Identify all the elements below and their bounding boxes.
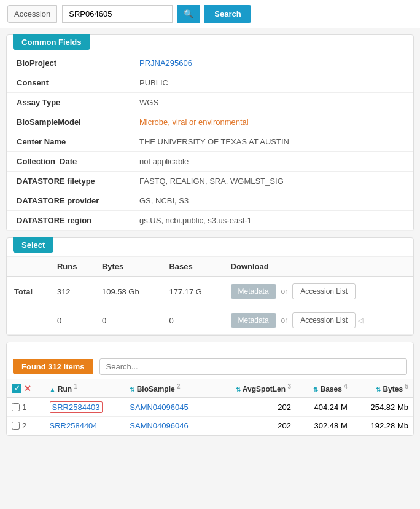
col-num: 1 <box>74 383 77 390</box>
select-row-download: Metadata or Accession List ◁ <box>224 306 413 335</box>
select-row-bases: 0 <box>161 306 223 335</box>
row-number: 2 <box>22 421 26 430</box>
select-col-runs: Runs <box>50 257 95 277</box>
results-col-4[interactable]: ⇅ Bases 4 <box>296 379 352 398</box>
select-col-bases: Bases <box>161 257 223 277</box>
select-row: Total312109.58 Gb177.17 G Metadata or Ac… <box>7 277 413 306</box>
common-field-row: Assay TypeWGS <box>7 93 413 112</box>
accession-tab[interactable]: Accession <box>7 5 57 23</box>
common-field-row: DATASTORE providerGS, NCBI, S3 <box>7 191 413 211</box>
search-icon: 🔍 <box>184 9 193 18</box>
extra-icon: ◁ <box>358 317 363 325</box>
clear-all[interactable]: ✕ <box>24 384 31 393</box>
common-fields-table: BioProjectPRJNA295606ConsentPUBLICAssay … <box>7 53 413 231</box>
select-row-download: Metadata or Accession List <box>224 277 413 306</box>
results-col-5[interactable]: ⇅ Bytes 5 <box>352 379 413 398</box>
search-bar: Accession 🔍 Search <box>0 0 420 28</box>
select-col-label <box>7 257 50 277</box>
results-search-input[interactable] <box>99 358 407 375</box>
search-input[interactable] <box>62 5 173 23</box>
common-field-row: BioProjectPRJNA295606 <box>7 53 413 73</box>
row-checkbox-cell: 1 <box>7 398 45 417</box>
run-link[interactable]: SRR2584404 <box>50 421 98 430</box>
field-key: Center Name <box>7 132 130 152</box>
metadata-button[interactable]: Metadata <box>231 313 276 328</box>
col-num: 5 <box>405 383 408 390</box>
common-fields-tag: Common Fields <box>13 34 90 50</box>
common-field-row: Collection_Datenot applicable <box>7 152 413 172</box>
field-key: DATASTORE filetype <box>7 172 130 191</box>
select-col-download: Download <box>224 257 413 277</box>
search-icon-button[interactable]: 🔍 <box>177 5 200 23</box>
row-checkbox-cell: 2 <box>7 417 45 435</box>
field-key: DATASTORE provider <box>7 191 130 211</box>
col-num: 4 <box>344 383 348 390</box>
sort-icon: ⇅ <box>313 386 318 393</box>
row-bytes: 192.28 Mb <box>352 417 413 435</box>
row-number: 1 <box>22 403 26 412</box>
field-value[interactable]: PRJNA295606 <box>130 53 413 73</box>
sort-icon: ⇅ <box>376 386 381 393</box>
table-row: 2 SRR2584404SAMN04096046202302.48 M192.2… <box>7 417 413 435</box>
accession-list-button[interactable]: Accession List <box>292 283 356 299</box>
results-table: ✕ ▲ Run 1⇅ BioSample 2⇅ AvgSpotLen 3⇅ Ba… <box>7 379 413 435</box>
biosample-link[interactable]: SAMN04096045 <box>130 403 188 412</box>
found-section: Found 312 Items ✕ ▲ Run 1⇅ BioSample 2⇅ … <box>6 342 414 436</box>
common-field-row: Center NameTHE UNIVERSITY OF TEXAS AT AU… <box>7 132 413 152</box>
select-row-bytes: 0 <box>95 306 161 335</box>
found-tag: Found 312 Items <box>13 359 93 374</box>
field-value: FASTQ, REALIGN, SRA, WGMLST_SIG <box>130 172 413 191</box>
field-value: PUBLIC <box>130 73 413 93</box>
field-key: BioProject <box>7 53 130 73</box>
common-field-row: BioSampleModelMicrobe, viral or environm… <box>7 112 413 132</box>
row-checkbox[interactable] <box>12 422 20 430</box>
run-link[interactable]: SRR2584403 <box>50 401 103 413</box>
accession-list-button[interactable]: Accession List <box>292 312 356 328</box>
sort-icon: ⇅ <box>236 386 241 393</box>
row-avgspotlen: 202 <box>212 417 296 435</box>
results-col-2[interactable]: ⇅ BioSample 2 <box>125 379 212 398</box>
field-value: GS, NCBI, S3 <box>130 191 413 211</box>
field-value: not applicable <box>130 152 413 172</box>
select-row-runs: 0 <box>50 306 95 335</box>
common-field-row: DATASTORE filetypeFASTQ, REALIGN, SRA, W… <box>7 172 413 191</box>
or-text: or <box>281 316 288 325</box>
common-field-row: DATASTORE regiongs.US, ncbi.public, s3.u… <box>7 211 413 231</box>
select-table: Runs Bytes Bases Download Total312109.58… <box>7 256 413 335</box>
common-fields-section: Common Fields BioProjectPRJNA295606Conse… <box>6 34 414 231</box>
select-row-bases: 177.17 G <box>161 277 223 306</box>
field-key: BioSampleModel <box>7 112 130 132</box>
field-value: Microbe, viral or environmental <box>130 112 413 132</box>
results-col-1[interactable]: ▲ Run 1 <box>45 379 125 398</box>
field-value: WGS <box>130 93 413 112</box>
row-bases: 404.24 M <box>296 398 352 417</box>
or-text: or <box>281 287 288 296</box>
biosample-link[interactable]: SAMN04096046 <box>130 421 188 430</box>
select-row-runs: 312 <box>50 277 95 306</box>
field-link[interactable]: PRJNA295606 <box>139 58 192 68</box>
found-header: Found 312 Items <box>7 355 413 379</box>
select-row-label: Total <box>7 277 50 306</box>
row-checkbox[interactable] <box>12 403 20 411</box>
results-col-3[interactable]: ⇅ AvgSpotLen 3 <box>212 379 296 398</box>
check-all[interactable] <box>12 384 21 393</box>
table-row: 1 SRR2584403SAMN04096045202404.24 M254.8… <box>7 398 413 417</box>
select-row-label <box>7 306 50 335</box>
field-value: THE UNIVERSITY OF TEXAS AT AUSTIN <box>130 132 413 152</box>
search-button[interactable]: Search <box>204 5 251 23</box>
row-bytes: 254.82 Mb <box>352 398 413 417</box>
field-key: Consent <box>7 73 130 93</box>
field-orange: Microbe, viral or environmental <box>139 117 249 127</box>
select-tag: Select <box>13 237 53 253</box>
row-biosample[interactable]: SAMN04096046 <box>125 417 212 435</box>
row-run[interactable]: SRR2584403 <box>45 398 125 417</box>
metadata-button[interactable]: Metadata <box>231 284 276 299</box>
row-run[interactable]: SRR2584404 <box>45 417 125 435</box>
select-col-bytes: Bytes <box>95 257 161 277</box>
field-key: Assay Type <box>7 93 130 112</box>
select-row-bytes: 109.58 Gb <box>95 277 161 306</box>
col-num: 2 <box>177 383 181 390</box>
row-avgspotlen: 202 <box>212 398 296 417</box>
select-section: Select Runs Bytes Bases Download Total31… <box>6 237 414 336</box>
row-biosample[interactable]: SAMN04096045 <box>125 398 212 417</box>
